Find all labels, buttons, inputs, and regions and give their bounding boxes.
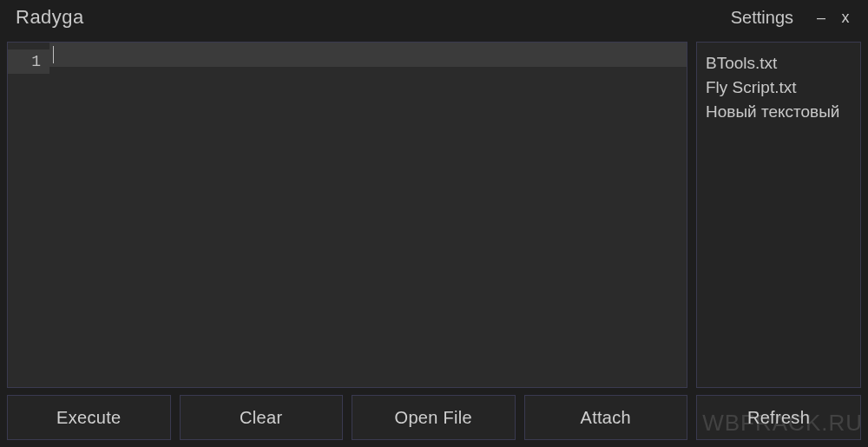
button-row: Execute Clear Open File Attach Refresh (0, 395, 868, 447)
attach-button[interactable]: Attach (524, 395, 688, 440)
open-file-button[interactable]: Open File (352, 395, 516, 440)
editor-pane: 1 (7, 42, 687, 388)
content-area: 1 BTools.txt Fly Script.txt Новый тексто… (0, 35, 868, 395)
editor-body (49, 67, 687, 387)
code-editor[interactable] (49, 43, 687, 387)
close-button[interactable]: x (833, 5, 858, 30)
list-item[interactable]: BTools.txt (704, 51, 853, 76)
close-icon: x (842, 9, 850, 27)
script-file-list: BTools.txt Fly Script.txt Новый текстовы… (696, 42, 861, 388)
list-item[interactable]: Новый текстовый (704, 100, 853, 124)
clear-button[interactable]: Clear (180, 395, 344, 440)
titlebar: Radyga Settings – x (0, 0, 868, 35)
gutter-line-1: 1 (8, 49, 49, 74)
editor-current-line (49, 43, 687, 67)
settings-link[interactable]: Settings (731, 8, 793, 28)
line-gutter: 1 (8, 43, 49, 387)
execute-button[interactable]: Execute (7, 395, 171, 440)
text-cursor-icon (53, 46, 54, 63)
minimize-button[interactable]: – (809, 5, 833, 30)
list-item[interactable]: Fly Script.txt (704, 76, 853, 100)
app-title: Radyga (16, 6, 84, 29)
minimize-icon: – (817, 9, 825, 27)
refresh-button[interactable]: Refresh (696, 395, 861, 440)
